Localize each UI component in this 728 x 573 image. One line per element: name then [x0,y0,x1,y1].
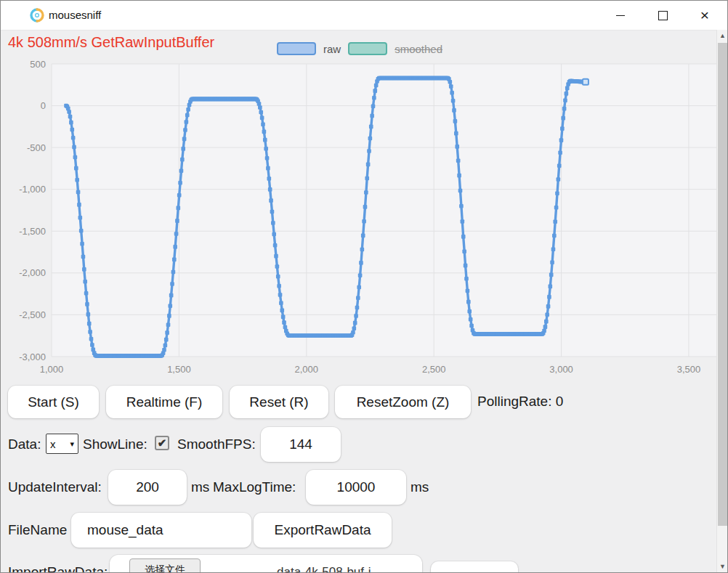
app-window: mousesniff × 4k 508mm/s GetRawInputBuffe… [0,0,728,573]
data-select-value: x [50,438,56,450]
polling-rate-label: PollingRate: [477,394,551,409]
import-raw-data-label: ImportRawData: [8,564,108,573]
import-secondary-control[interactable] [431,561,518,573]
svg-text:2,500: 2,500 [422,364,446,375]
minimize-button[interactable] [604,1,637,30]
filename-label: FileName [8,522,67,538]
max-log-time-unit: ms [410,479,429,495]
max-log-time-label: MaxLogTime: [213,479,296,495]
start-button[interactable]: Start (S) [8,386,99,418]
maximize-button[interactable] [646,1,679,30]
svg-text:1,000: 1,000 [40,364,64,375]
maximize-icon [658,11,668,20]
legend-swatch-raw[interactable] [277,42,316,55]
scrollbar-thumb[interactable] [718,43,727,526]
svg-text:-1,000: -1,000 [19,184,46,195]
minimize-icon [616,15,625,16]
chevron-down-icon: ▾ [70,439,74,449]
legend-label-smoothed[interactable]: smoothed [395,43,442,55]
legend-label-raw[interactable]: raw [323,43,341,55]
polling-rate-readout: PollingRate: 0 [477,394,563,410]
scroll-up-icon[interactable]: ▲ [717,32,728,39]
svg-text:500: 500 [30,59,46,70]
close-icon: × [700,7,709,24]
close-button[interactable]: × [688,1,721,30]
svg-text:-2,000: -2,000 [19,267,46,278]
import-file-field[interactable]: 选择文件 data-4k-508-buf-i [110,555,422,573]
svg-text:2,000: 2,000 [295,364,319,375]
svg-text:-1,500: -1,500 [19,226,46,237]
svg-text:1,500: 1,500 [167,364,191,375]
max-log-time-input[interactable]: 10000 [306,470,406,505]
chart-legend: raw smoothed [277,42,442,55]
showline-label: ShowLine: [83,436,147,452]
export-raw-data-button[interactable]: ExportRawData [254,513,392,548]
svg-text:-3,000: -3,000 [19,351,46,362]
smoothfps-input[interactable]: 144 [261,427,341,462]
title-bar: mousesniff × [1,1,727,31]
legend-swatch-smoothed[interactable] [348,42,387,55]
svg-text:-500: -500 [27,142,46,153]
imported-filename-text: data-4k-508-buf-i [277,565,371,573]
realtime-button[interactable]: Realtime (F) [106,386,222,418]
filename-input[interactable]: mouse_data [71,513,251,548]
update-interval-label: UpdateInterval: [8,479,102,495]
polling-rate-value: 0 [556,394,564,409]
window-title: mousesniff [49,9,101,21]
smoothfps-label: SmoothFPS: [177,436,256,452]
chart-title: 4k 508mm/s GetRawInputBuffer [8,34,214,51]
svg-text:3,500: 3,500 [677,364,701,375]
line-chart[interactable]: 5000-500-1,000-1,500-2,000-2,500-3,0001,… [1,55,728,382]
vertical-scrollbar[interactable]: ▲ ▼ [716,30,728,572]
svg-text:-2,500: -2,500 [19,309,46,320]
svg-text:3,000: 3,000 [549,364,573,375]
choose-file-button[interactable]: 选择文件 [129,558,201,573]
check-icon: ✔ [158,436,167,450]
showline-checkbox[interactable]: ✔ [155,436,169,450]
scroll-down-icon[interactable]: ▼ [717,563,728,570]
data-label: Data: [8,436,41,452]
data-select[interactable]: x ▾ [46,434,78,454]
svg-text:0: 0 [41,100,46,111]
app-logo-icon [30,8,44,23]
reset-zoom-button[interactable]: ResetZoom (Z) [335,386,471,418]
reset-button[interactable]: Reset (R) [230,386,328,418]
update-interval-input[interactable]: 200 [108,470,187,505]
update-interval-unit: ms [191,479,209,495]
